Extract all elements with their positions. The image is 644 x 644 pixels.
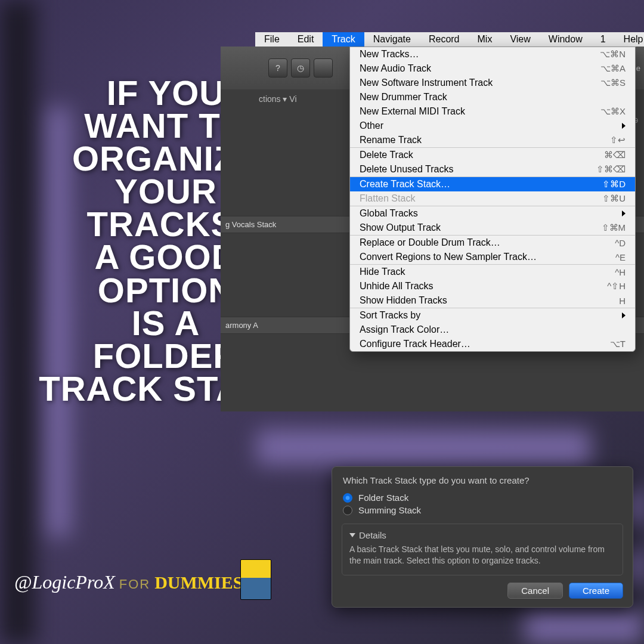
radio-folder-stack[interactable]: Folder Stack	[332, 491, 633, 504]
menu-record[interactable]: Record	[420, 32, 469, 47]
details-box: Details A basic Track Stack that lets yo…	[342, 524, 623, 575]
menu-show-hidden[interactable]: Show Hidden TracksH	[350, 293, 635, 308]
cancel-button[interactable]: Cancel	[507, 583, 563, 599]
help-button[interactable]: ?	[268, 58, 287, 78]
menu-other[interactable]: Other	[350, 119, 635, 133]
radio-icon	[343, 506, 352, 515]
menu-delete-unused[interactable]: Delete Unused Tracks⇧⌘⌫	[350, 162, 635, 177]
disclosure-triangle-icon	[349, 533, 355, 537]
details-text: A basic Track Stack that lets you mute, …	[349, 544, 615, 566]
menu-new-tracks[interactable]: New Tracks…⌥⌘N	[350, 47, 635, 61]
menu-global-tracks[interactable]: Global Tracks	[350, 206, 635, 221]
menu-mix[interactable]: Mix	[469, 32, 501, 47]
radio-folder-label: Folder Stack	[358, 493, 408, 503]
menu-file[interactable]: File	[255, 32, 289, 47]
menubar: File Edit Track Navigate Record Mix View…	[255, 32, 644, 47]
submenu-arrow-icon	[622, 210, 626, 216]
radio-summing-stack[interactable]: Summing Stack	[332, 504, 633, 516]
radio-summing-label: Summing Stack	[358, 505, 421, 515]
track-stack-dialog: Which Track Stack type do you want to cr…	[332, 466, 633, 608]
menu-new-audio-track[interactable]: New Audio Track⌥⌘A	[350, 61, 635, 76]
handle-dummies: DUMMIES	[154, 572, 243, 592]
menu-show-output-track[interactable]: Show Output Track⇧⌘M	[350, 221, 635, 235]
handle-credit: @LogicProX FOR DUMMIES	[14, 571, 243, 593]
menu-replace-drum-track[interactable]: Replace or Double Drum Track…^D	[350, 236, 635, 250]
create-button[interactable]: Create	[569, 583, 623, 599]
dialog-prompt: Which Track Stack type do you want to cr…	[332, 467, 633, 491]
metronome-button[interactable]: ◷	[291, 58, 310, 78]
menu-navigate[interactable]: Navigate	[364, 32, 420, 47]
menu-rename-track[interactable]: Rename Track⇧↩	[350, 133, 635, 147]
menu-help[interactable]: Help	[615, 32, 644, 47]
menu-new-drummer-track[interactable]: New Drummer Track	[350, 90, 635, 104]
submenu-arrow-icon	[622, 123, 626, 129]
menu-flatten-stack: Flatten Stack⇧⌘U	[350, 191, 635, 206]
menu-convert-regions[interactable]: Convert Regions to New Sampler Track…^E	[350, 250, 635, 264]
handle-for: FOR	[119, 577, 150, 592]
menu-create-track-stack[interactable]: Create Track Stack…⇧⌘D	[350, 177, 635, 191]
menu-sort-tracks[interactable]: Sort Tracks by	[350, 308, 635, 323]
menu-configure-header[interactable]: Configure Track Header…⌥T	[350, 337, 635, 351]
menu-hide-track[interactable]: Hide Track^H	[350, 265, 635, 279]
menu-view[interactable]: View	[501, 32, 539, 47]
track-menu-dropdown: New Tracks…⌥⌘N New Audio Track⌥⌘A New So…	[349, 47, 636, 352]
details-label: Details	[359, 530, 386, 540]
menu-new-external-midi[interactable]: New External MIDI Track⌥⌘X	[350, 104, 635, 119]
menu-assign-color[interactable]: Assign Track Color…	[350, 323, 635, 337]
menu-track[interactable]: Track	[323, 32, 364, 47]
menu-edit[interactable]: Edit	[289, 32, 323, 47]
menu-new-software-instrument[interactable]: New Software Instrument Track⌥⌘S	[350, 76, 635, 90]
radio-icon	[343, 493, 352, 503]
menu-unhide-all[interactable]: Unhide All Tracks^⇧H	[350, 279, 635, 293]
submenu-arrow-icon	[622, 312, 626, 318]
menu-1[interactable]: 1	[592, 32, 615, 47]
menu-window[interactable]: Window	[540, 32, 592, 47]
details-toggle[interactable]: Details	[349, 530, 615, 540]
menu-delete-track[interactable]: Delete Track⌘⌫	[350, 148, 635, 162]
tool-button[interactable]	[314, 58, 333, 78]
book-cover-icon	[240, 559, 271, 600]
handle-name: @LogicProX	[14, 571, 115, 593]
